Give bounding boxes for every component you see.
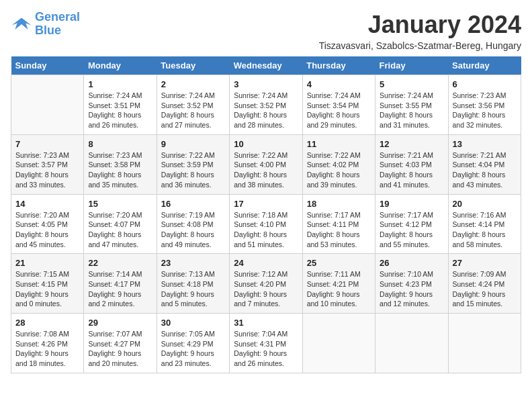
calendar-week-3: 14Sunrise: 7:20 AMSunset: 4:05 PMDayligh… <box>11 194 521 254</box>
calendar-cell <box>448 314 521 373</box>
calendar-cell: 15Sunrise: 7:20 AMSunset: 4:07 PMDayligh… <box>84 194 157 254</box>
day-info: Sunrise: 7:04 AMSunset: 4:31 PMDaylight:… <box>234 329 298 369</box>
calendar-week-5: 28Sunrise: 7:08 AMSunset: 4:26 PMDayligh… <box>11 314 521 373</box>
day-info: Sunrise: 7:24 AMSunset: 3:54 PMDaylight:… <box>307 91 371 130</box>
calendar-cell: 12Sunrise: 7:21 AMSunset: 4:03 PMDayligh… <box>375 134 448 194</box>
calendar-cell: 10Sunrise: 7:22 AMSunset: 4:00 PMDayligh… <box>230 134 302 194</box>
day-number: 15 <box>88 199 152 209</box>
calendar-week-2: 7Sunrise: 7:23 AMSunset: 3:57 PMDaylight… <box>11 134 521 194</box>
calendar-cell: 3Sunrise: 7:24 AMSunset: 3:52 PMDaylight… <box>230 75 302 135</box>
header-sunday: Sunday <box>11 56 84 75</box>
calendar-cell: 18Sunrise: 7:17 AMSunset: 4:11 PMDayligh… <box>302 194 375 254</box>
day-number: 1 <box>88 79 152 89</box>
month-title: January 2024 <box>319 11 521 39</box>
header-friday: Friday <box>375 56 448 75</box>
calendar-cell: 11Sunrise: 7:22 AMSunset: 4:02 PMDayligh… <box>302 134 375 194</box>
calendar-cell: 19Sunrise: 7:17 AMSunset: 4:12 PMDayligh… <box>375 194 448 254</box>
day-info: Sunrise: 7:21 AMSunset: 4:04 PMDaylight:… <box>453 150 517 190</box>
page-header: General Blue January 2024 Tiszavasvari, … <box>11 11 521 51</box>
day-number: 31 <box>234 318 298 328</box>
day-number: 20 <box>453 199 517 209</box>
calendar-cell: 6Sunrise: 7:23 AMSunset: 3:56 PMDaylight… <box>448 75 521 135</box>
calendar-table: SundayMondayTuesdayWednesdayThursdayFrid… <box>11 56 521 373</box>
day-number: 6 <box>453 79 517 89</box>
day-number: 17 <box>234 199 298 209</box>
logo-text: General Blue <box>35 11 80 38</box>
day-number: 10 <box>234 139 298 149</box>
header-saturday: Saturday <box>448 56 521 75</box>
day-info: Sunrise: 7:07 AMSunset: 4:27 PMDaylight:… <box>88 329 152 369</box>
calendar-cell: 1Sunrise: 7:24 AMSunset: 3:51 PMDaylight… <box>84 75 157 135</box>
calendar-cell: 14Sunrise: 7:20 AMSunset: 4:05 PMDayligh… <box>11 194 84 254</box>
calendar-week-4: 21Sunrise: 7:15 AMSunset: 4:15 PMDayligh… <box>11 254 521 314</box>
header-tuesday: Tuesday <box>157 56 229 75</box>
day-info: Sunrise: 7:17 AMSunset: 4:11 PMDaylight:… <box>307 210 371 250</box>
day-number: 13 <box>453 139 517 149</box>
day-number: 22 <box>88 258 152 268</box>
calendar-cell: 26Sunrise: 7:10 AMSunset: 4:23 PMDayligh… <box>375 254 448 314</box>
calendar-cell: 5Sunrise: 7:24 AMSunset: 3:55 PMDaylight… <box>375 75 448 135</box>
calendar-cell: 8Sunrise: 7:23 AMSunset: 3:58 PMDaylight… <box>84 134 157 194</box>
header-thursday: Thursday <box>302 56 375 75</box>
day-info: Sunrise: 7:10 AMSunset: 4:23 PMDaylight:… <box>380 269 443 309</box>
calendar-cell: 13Sunrise: 7:21 AMSunset: 4:04 PMDayligh… <box>448 134 521 194</box>
day-info: Sunrise: 7:21 AMSunset: 4:03 PMDaylight:… <box>380 150 443 190</box>
calendar-cell: 20Sunrise: 7:16 AMSunset: 4:14 PMDayligh… <box>448 194 521 254</box>
day-number: 21 <box>15 258 79 268</box>
day-number: 5 <box>380 79 443 89</box>
calendar-cell: 21Sunrise: 7:15 AMSunset: 4:15 PMDayligh… <box>11 254 84 314</box>
day-info: Sunrise: 7:23 AMSunset: 3:58 PMDaylight:… <box>88 150 152 190</box>
day-number: 2 <box>161 79 225 89</box>
day-number: 30 <box>161 318 225 328</box>
calendar-cell: 7Sunrise: 7:23 AMSunset: 3:57 PMDaylight… <box>11 134 84 194</box>
calendar-cell: 31Sunrise: 7:04 AMSunset: 4:31 PMDayligh… <box>230 314 302 373</box>
day-info: Sunrise: 7:24 AMSunset: 3:51 PMDaylight:… <box>88 91 152 130</box>
day-number: 26 <box>380 258 443 268</box>
day-info: Sunrise: 7:20 AMSunset: 4:07 PMDaylight:… <box>88 210 152 250</box>
day-number: 7 <box>15 139 79 149</box>
day-number: 11 <box>307 139 371 149</box>
header-monday: Monday <box>84 56 157 75</box>
day-number: 16 <box>161 199 225 209</box>
day-info: Sunrise: 7:17 AMSunset: 4:12 PMDaylight:… <box>380 210 443 250</box>
day-number: 23 <box>161 258 225 268</box>
calendar-cell: 17Sunrise: 7:18 AMSunset: 4:10 PMDayligh… <box>230 194 302 254</box>
day-number: 19 <box>380 199 443 209</box>
calendar-cell: 22Sunrise: 7:14 AMSunset: 4:17 PMDayligh… <box>84 254 157 314</box>
calendar-cell <box>11 75 84 135</box>
day-info: Sunrise: 7:22 AMSunset: 3:59 PMDaylight:… <box>161 150 225 190</box>
day-info: Sunrise: 7:09 AMSunset: 4:24 PMDaylight:… <box>453 269 517 309</box>
calendar-cell <box>302 314 375 373</box>
calendar-cell <box>375 314 448 373</box>
calendar-header-row: SundayMondayTuesdayWednesdayThursdayFrid… <box>11 56 521 75</box>
day-info: Sunrise: 7:13 AMSunset: 4:18 PMDaylight:… <box>161 269 225 309</box>
title-block: January 2024 Tiszavasvari, Szabolcs-Szat… <box>319 11 521 51</box>
calendar-cell: 2Sunrise: 7:24 AMSunset: 3:52 PMDaylight… <box>157 75 229 135</box>
header-wednesday: Wednesday <box>230 56 302 75</box>
day-info: Sunrise: 7:24 AMSunset: 3:55 PMDaylight:… <box>380 91 443 130</box>
day-number: 9 <box>161 139 225 149</box>
day-number: 27 <box>453 258 517 268</box>
logo-icon <box>11 13 32 35</box>
day-number: 12 <box>380 139 443 149</box>
calendar-cell: 23Sunrise: 7:13 AMSunset: 4:18 PMDayligh… <box>157 254 229 314</box>
calendar-cell: 25Sunrise: 7:11 AMSunset: 4:21 PMDayligh… <box>302 254 375 314</box>
logo: General Blue <box>11 11 80 38</box>
day-info: Sunrise: 7:05 AMSunset: 4:29 PMDaylight:… <box>161 329 225 369</box>
calendar-week-1: 1Sunrise: 7:24 AMSunset: 3:51 PMDaylight… <box>11 75 521 135</box>
day-number: 3 <box>234 79 298 89</box>
day-number: 18 <box>307 199 371 209</box>
day-number: 24 <box>234 258 298 268</box>
day-info: Sunrise: 7:24 AMSunset: 3:52 PMDaylight:… <box>161 91 225 130</box>
day-info: Sunrise: 7:18 AMSunset: 4:10 PMDaylight:… <box>234 210 298 250</box>
calendar-cell: 16Sunrise: 7:19 AMSunset: 4:08 PMDayligh… <box>157 194 229 254</box>
day-number: 28 <box>15 318 79 328</box>
day-info: Sunrise: 7:16 AMSunset: 4:14 PMDaylight:… <box>453 210 517 250</box>
day-info: Sunrise: 7:11 AMSunset: 4:21 PMDaylight:… <box>307 269 371 309</box>
calendar-cell: 30Sunrise: 7:05 AMSunset: 4:29 PMDayligh… <box>157 314 229 373</box>
day-info: Sunrise: 7:14 AMSunset: 4:17 PMDaylight:… <box>88 269 152 309</box>
day-number: 29 <box>88 318 152 328</box>
calendar-cell: 27Sunrise: 7:09 AMSunset: 4:24 PMDayligh… <box>448 254 521 314</box>
day-info: Sunrise: 7:19 AMSunset: 4:08 PMDaylight:… <box>161 210 225 250</box>
day-number: 4 <box>307 79 371 89</box>
